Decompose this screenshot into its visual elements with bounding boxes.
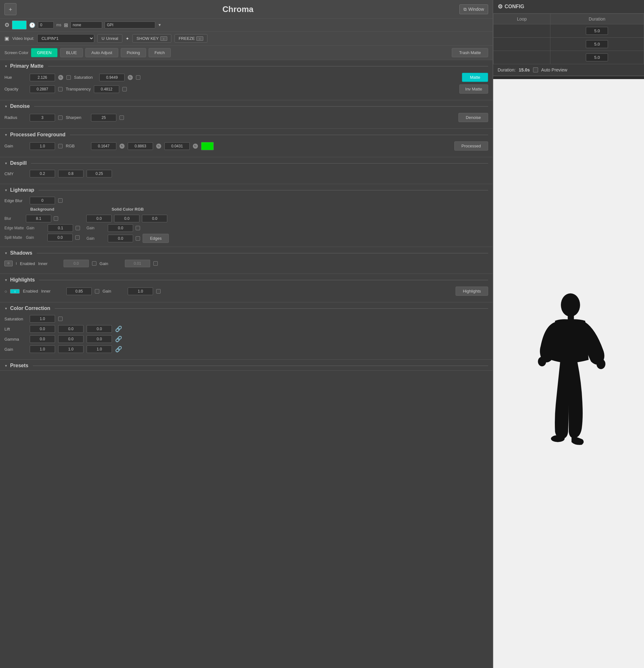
color-swatch[interactable]: [12, 20, 27, 29]
inv-matte-button[interactable]: Inv Matte: [459, 85, 488, 94]
sc-gain1-checkbox[interactable]: [136, 226, 140, 230]
highlights-header[interactable]: ▼ Highlights: [0, 274, 493, 285]
radius-input[interactable]: [30, 114, 55, 121]
green-button[interactable]: GREEN: [31, 48, 58, 57]
highlights-gain-checkbox[interactable]: [156, 289, 160, 293]
edges-button[interactable]: Edges: [142, 234, 169, 243]
duration-cell-2[interactable]: [550, 51, 644, 64]
lift-b-input[interactable]: [87, 325, 112, 333]
lift-link-icon[interactable]: 🔗: [115, 325, 122, 332]
shadows-gain-checkbox[interactable]: [153, 261, 158, 266]
none-input[interactable]: [71, 21, 102, 29]
video-input-select[interactable]: CLIPIN*1: [37, 34, 94, 43]
sc-gain2-input[interactable]: [108, 235, 133, 242]
gain-checkbox[interactable]: [58, 144, 63, 148]
unreal-button[interactable]: U Unreal: [97, 34, 122, 43]
show-key-button[interactable]: SHOW KEY I: [133, 34, 171, 43]
shadows-header[interactable]: ▼ Shadows: [0, 247, 493, 258]
opacity-checkbox[interactable]: [58, 87, 63, 91]
lift-g-input[interactable]: [58, 325, 83, 333]
gamma-link-icon[interactable]: 🔗: [115, 336, 122, 343]
sc-b-input[interactable]: [142, 215, 167, 222]
denoise-header[interactable]: ▼ Denoise: [0, 100, 493, 111]
cc-gain-b-input[interactable]: [87, 345, 112, 353]
edge-blur-input[interactable]: [30, 197, 55, 204]
time-input[interactable]: [38, 21, 54, 29]
opacity-input[interactable]: [30, 86, 55, 93]
rgb-swatch[interactable]: [201, 142, 214, 150]
b-spin-icon[interactable]: ↻: [193, 143, 198, 149]
processed-button[interactable]: Processed: [454, 141, 488, 151]
auto-preview-checkbox[interactable]: [533, 67, 538, 73]
edge-matte-gain-input[interactable]: [48, 224, 73, 232]
matte-button[interactable]: Matte: [462, 73, 488, 82]
saturation-checkbox[interactable]: [136, 75, 140, 80]
saturation-spin-icon[interactable]: ↻: [128, 75, 133, 80]
add-icon-button[interactable]: ＋: [4, 3, 16, 15]
cc-gain-g-input[interactable]: [58, 345, 83, 353]
hue-spin-icon[interactable]: ↻: [58, 75, 63, 80]
presets-header[interactable]: ▼ Presets: [0, 360, 493, 370]
sc-gain1-input[interactable]: [108, 224, 133, 232]
lightwrap-header[interactable]: ▼ Lightwrap: [0, 184, 493, 195]
despill-header[interactable]: ▼ Despill: [0, 157, 493, 168]
fetch-button[interactable]: Fetch: [149, 48, 171, 57]
duration-cell-1[interactable]: [550, 37, 644, 51]
blur-checkbox[interactable]: [54, 216, 58, 221]
spill-matte-gain-input[interactable]: [47, 234, 73, 241]
gpi-input[interactable]: [105, 21, 155, 29]
cc-gain-r-input[interactable]: [30, 345, 55, 353]
edge-matte-gain-checkbox[interactable]: [76, 226, 80, 230]
picking-button[interactable]: Picking: [121, 48, 146, 57]
transparency-checkbox[interactable]: [122, 87, 127, 91]
duration-value-1[interactable]: [586, 40, 608, 48]
hue-input[interactable]: [30, 74, 55, 81]
r-input[interactable]: [91, 142, 116, 150]
duration-cell-0[interactable]: [550, 24, 644, 37]
edge-blur-checkbox[interactable]: [58, 198, 63, 203]
cc-saturation-input[interactable]: [30, 315, 55, 323]
radius-checkbox[interactable]: [58, 116, 63, 120]
sc-gain2-checkbox[interactable]: [136, 236, 140, 241]
cyan-input[interactable]: [30, 170, 55, 178]
hue-checkbox[interactable]: [66, 75, 71, 80]
r-spin-icon[interactable]: ↻: [120, 143, 125, 149]
highlights-gain-input[interactable]: [128, 288, 153, 295]
duration-value-0[interactable]: [586, 27, 608, 35]
gamma-r-input[interactable]: [30, 335, 55, 343]
window-button[interactable]: ⧉ Window: [459, 4, 488, 14]
freeze-toggle[interactable]: I: [196, 36, 203, 41]
duration-value-2[interactable]: [586, 54, 608, 61]
primary-matte-header[interactable]: ▼ Primary Matte: [0, 60, 493, 71]
b-input[interactable]: [164, 142, 190, 150]
shadows-toggle-icon[interactable]: ⊙: [4, 261, 13, 266]
sharpen-input[interactable]: [91, 114, 116, 121]
magenta-input[interactable]: [58, 170, 83, 178]
gamma-b-input[interactable]: [87, 335, 112, 343]
g-input[interactable]: [128, 142, 153, 150]
trash-matte-button[interactable]: Trash Matte: [452, 48, 488, 57]
gamma-g-input[interactable]: [58, 335, 83, 343]
color-correction-header[interactable]: ▼ Color Correction: [0, 302, 493, 313]
yellow-input[interactable]: [87, 170, 112, 178]
lift-r-input[interactable]: [30, 325, 55, 333]
sc-g-input[interactable]: [114, 215, 139, 222]
freeze-button[interactable]: FREEZE I: [174, 34, 208, 43]
cc-saturation-checkbox[interactable]: [58, 317, 63, 321]
cc-gain-link-icon[interactable]: 🔗: [115, 346, 122, 353]
blue-button[interactable]: BLUE: [60, 48, 83, 57]
transparency-input[interactable]: [94, 86, 119, 93]
auto-adjust-button[interactable]: Auto Adjust: [86, 48, 118, 57]
show-key-toggle[interactable]: I: [160, 36, 167, 41]
gain-input[interactable]: [30, 142, 55, 150]
sc-r-input[interactable]: [86, 215, 112, 222]
highlights-toggle-indicator[interactable]: I: [10, 289, 20, 293]
processed-foreground-header[interactable]: ▼ Processed Foreground: [0, 129, 493, 139]
sharpen-checkbox[interactable]: [120, 116, 124, 120]
denoise-button[interactable]: Denoise: [458, 113, 488, 122]
spill-matte-gain-checkbox[interactable]: [75, 235, 80, 240]
shadows-inner-checkbox[interactable]: [92, 261, 96, 266]
highlights-inner-checkbox[interactable]: [95, 289, 99, 293]
saturation-input[interactable]: [99, 74, 125, 81]
g-spin-icon[interactable]: ↻: [156, 143, 161, 149]
